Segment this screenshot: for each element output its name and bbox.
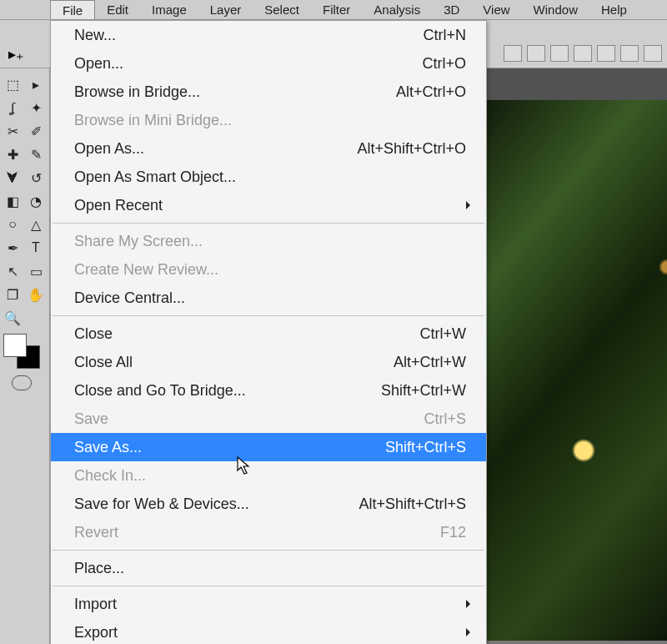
tool-lasso[interactable]: ʆ [3,98,22,117]
tool-notes[interactable]: ❐ [3,285,22,304]
dist-bot-button[interactable] [620,45,639,62]
menu-item-label: Close All [74,354,394,371]
menu-item-label: Close [74,325,420,343]
menu-item-shortcut: Alt+Ctrl+O [396,83,466,101]
tool-zoom[interactable]: 🔍 [3,309,22,327]
menu-item-window[interactable]: Window [522,0,589,19]
menu-item-label: Open Recent [74,197,466,214]
quick-mask-button[interactable] [12,375,32,390]
tool-eraser[interactable]: ◧ [3,192,22,210]
menu-item-label: Save [74,410,424,428]
menu-item-label: Import [74,596,466,613]
menu-separator [53,550,484,551]
menu-item-label: Save for Web & Devices... [74,496,359,513]
menu-item-analysis[interactable]: Analysis [362,0,432,19]
file-menu-item-check-in: Check In... [51,461,486,490]
menu-item-3d[interactable]: 3D [432,0,471,19]
foreground-swatch[interactable] [3,334,27,357]
menu-item-shortcut: Alt+Shift+Ctrl+O [357,140,466,158]
file-menu-item-open[interactable]: Open...Ctrl+O [51,49,486,78]
file-menu-item-close[interactable]: CloseCtrl+W [51,319,486,348]
menu-item-label: Browse in Mini Bridge... [74,112,466,129]
tool-history[interactable]: ↺ [27,169,45,187]
move-tool-icon: ▸₊ [8,45,24,63]
tool-move[interactable]: ▸ [27,75,45,93]
menu-item-label: Open... [74,55,422,73]
menu-item-help[interactable]: Help [589,0,639,19]
file-menu-item-open-as-smart-object[interactable]: Open As Smart Object... [51,163,486,191]
file-menu-item-create-new-review: Create New Review... [51,255,486,284]
menu-item-label: Browse in Bridge... [74,83,396,101]
menu-item-shortcut: Ctrl+S [424,410,466,428]
color-swatches[interactable] [3,334,40,369]
menu-item-shortcut: Shift+Ctrl+S [385,439,466,456]
tool-pen[interactable]: ✒ [3,239,22,257]
menu-item-label: Save As... [74,439,385,456]
menu-item-view[interactable]: View [471,0,521,19]
tool-type[interactable]: T [27,239,45,257]
menu-item-label: Share My Screen... [74,233,466,250]
menu-item-label: Device Central... [74,289,466,307]
dist-top-button[interactable] [574,45,592,62]
align-left-button[interactable] [504,45,522,62]
menu-item-label: Open As Smart Object... [74,169,466,186]
tool-brush[interactable]: ✎ [27,145,45,164]
menu-item-shortcut: Ctrl+W [420,325,467,343]
tool-wand[interactable]: ✦ [27,98,45,117]
menu-item-layer[interactable]: Layer [198,0,253,19]
file-menu-item-open-as[interactable]: Open As...Alt+Shift+Ctrl+O [51,134,486,163]
menu-item-label: Revert [74,524,440,541]
tool-blur[interactable]: △ [27,215,45,234]
file-menu-item-save: SaveCtrl+S [51,405,486,433]
file-menu-item-import[interactable]: Import [51,590,486,618]
menu-item-label: Check In... [74,467,466,485]
file-menu-item-close-and-go-to-bridge[interactable]: Close and Go To Bridge...Shift+Ctrl+W [51,376,486,405]
tool-stamp[interactable]: ⮟ [3,169,22,187]
menu-item-label: Open As... [74,140,357,158]
tools-panel: ⬚▸ʆ✦✂✐✚✎⮟↺◧◔○△✒T↖▭❐✋🔍 [0,68,50,644]
menu-item-shortcut: Ctrl+N [423,27,466,44]
file-menu-item-export[interactable]: Export [51,618,486,644]
menu-item-label: New... [74,27,423,44]
menu-item-filter[interactable]: Filter [311,0,362,19]
file-menu-item-save-as[interactable]: Save As...Shift+Ctrl+S [51,433,486,461]
menu-item-shortcut: Alt+Shift+Ctrl+S [359,496,466,513]
dist-mid-button[interactable] [597,45,615,62]
file-menu-item-revert: RevertF12 [51,518,486,546]
file-menu-item-save-for-web-devices[interactable]: Save for Web & Devices...Alt+Shift+Ctrl+… [51,490,486,518]
menu-item-label: Place... [74,560,466,577]
tool-marquee[interactable]: ⬚ [3,75,22,93]
file-menu-item-device-central[interactable]: Device Central... [51,284,486,312]
menu-item-file[interactable]: File [50,0,95,19]
menu-separator [53,586,484,586]
menu-item-select[interactable]: Select [253,0,311,19]
file-menu-item-place[interactable]: Place... [51,554,486,582]
tool-crop[interactable]: ✂ [3,122,22,140]
menu-item-shortcut: Alt+Ctrl+W [394,354,466,371]
more-button[interactable] [644,45,662,62]
menu-item-image[interactable]: Image [140,0,198,19]
menu-separator [53,223,484,224]
align-right-button[interactable] [550,45,569,62]
menu-item-shortcut: Ctrl+O [422,55,466,73]
menu-item-label: Export [74,624,466,641]
tool-paint[interactable]: ◔ [27,192,45,210]
menu-bar: FileEditImageLayerSelectFilterAnalysis3D… [0,0,667,20]
file-menu-item-open-recent[interactable]: Open Recent [51,191,486,219]
align-center-button[interactable] [527,45,545,62]
tool-shape[interactable]: ▭ [27,262,45,280]
menu-item-label: Close and Go To Bridge... [74,382,381,400]
tool-heal[interactable]: ✚ [3,145,22,164]
file-menu-dropdown: New...Ctrl+NOpen...Ctrl+OBrowse in Bridg… [50,20,487,644]
menu-item-shortcut: F12 [440,524,466,541]
menu-separator [53,315,484,316]
file-menu-item-new[interactable]: New...Ctrl+N [51,21,486,49]
tool-eyedrop[interactable]: ✐ [27,122,45,140]
file-menu-item-close-all[interactable]: Close AllAlt+Ctrl+W [51,348,486,376]
tool-path[interactable]: ↖ [3,262,22,280]
menu-item-label: Create New Review... [74,261,466,279]
tool-hand[interactable]: ✋ [27,285,45,304]
tool-dodge[interactable]: ○ [3,215,22,234]
file-menu-item-browse-in-bridge[interactable]: Browse in Bridge...Alt+Ctrl+O [51,78,486,106]
menu-item-edit[interactable]: Edit [95,0,140,19]
